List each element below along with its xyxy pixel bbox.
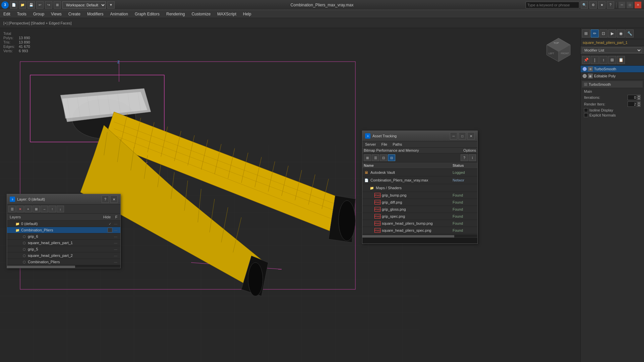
modifier-select-btn[interactable]: | [591, 56, 599, 64]
layer-row-grip5[interactable]: ⬡ grip_5 — [7, 246, 120, 252]
modify-panel-btn[interactable]: ✏ [591, 29, 599, 38]
nav-cube[interactable]: TOP LEFT FRONT [543, 35, 574, 65]
render-iters-input[interactable] [628, 101, 637, 107]
layers-question-btn[interactable]: ? [102, 196, 109, 203]
pin-modifier-btn[interactable]: 📌 [582, 56, 590, 64]
workspace-dropdown[interactable]: Workspace: Default [62, 1, 106, 9]
render-iters-spinner[interactable]: ▲ ▼ [628, 101, 641, 107]
iterations-input[interactable] [628, 95, 637, 100]
menu-modifiers[interactable]: Modifiers [84, 10, 107, 18]
layer-row-comb-pliers[interactable]: ⬡ Combination_Pliers — [7, 259, 120, 265]
iterations-down[interactable]: ▼ [637, 97, 641, 100]
asset-row-grip-bump[interactable]: PNG grip_bump.png Found [362, 192, 477, 199]
layer-row-default[interactable]: 📁 0 (default) ✓ — [7, 221, 120, 227]
close-btn[interactable]: ✕ [635, 2, 641, 8]
asset-options-btn[interactable]: Options [463, 148, 476, 152]
layer-row-sqhead2[interactable]: ⬡ square_head_pliers_part_2 — [7, 252, 120, 259]
layers-title-bar[interactable]: 3 Layer: 0 (default) ? ✕ [7, 194, 120, 205]
menu-customize[interactable]: Customize [188, 10, 214, 18]
menu-views[interactable]: Views [48, 10, 65, 18]
layers-move-down-btn[interactable]: ↓ [57, 206, 64, 212]
display-btn[interactable]: ◉ [617, 29, 625, 38]
asset-scrollbar[interactable] [362, 235, 477, 237]
asset-title-bar[interactable]: 3 Asset Tracking ─ □ ✕ [362, 131, 477, 141]
asset-menu-paths[interactable]: Paths [390, 141, 405, 147]
modifier-paste-btn[interactable]: 📋 [617, 56, 625, 64]
layer-row-grip6[interactable]: ⬡ grip_6 — [7, 233, 120, 240]
iterations-up[interactable]: ▲ [637, 95, 641, 97]
hierarchy-btn[interactable]: ⊡ [599, 29, 607, 38]
menu-rendering[interactable]: Rendering [163, 10, 188, 18]
asset-close-btn[interactable]: ✕ [467, 132, 475, 140]
layers-expand-btn[interactable]: ⊞ [33, 206, 40, 212]
asset-row-vault[interactable]: 🏛 Autodesk Vault Logged [362, 169, 477, 176]
bookmark-btn[interactable]: ★ [598, 1, 605, 9]
asset-row-grip-gloss[interactable]: PNG grip_gloss.png Found [362, 206, 477, 213]
new-btn[interactable]: 📄 [10, 1, 17, 9]
asset-tool-4[interactable]: ⊟ [388, 154, 395, 161]
asset-help-btn[interactable]: ? [461, 154, 468, 161]
modifier-turbosmooth[interactable]: ⊞ TurboSmooth [581, 66, 644, 73]
undo-btn[interactable]: ↩ [36, 1, 44, 9]
save-btn[interactable]: 💾 [27, 1, 35, 9]
menu-edit[interactable]: Edit [0, 10, 14, 18]
asset-tool-2[interactable]: ☰ [372, 154, 379, 161]
hold-btn[interactable]: ⊞ [54, 1, 61, 9]
modifier-move-btn[interactable]: ↕ [599, 56, 607, 64]
menu-create[interactable]: Create [65, 10, 84, 18]
layers-delete-btn[interactable]: ✕ [16, 206, 24, 212]
layers-menu-btn[interactable]: ☰ [8, 206, 16, 212]
asset-tool-3[interactable]: ⊡ [380, 154, 387, 161]
asset-menu-file[interactable]: File [378, 141, 390, 147]
layer-row-combination-pliers[interactable]: 📁 Combination_Pliers — [7, 227, 120, 233]
render-iters-up[interactable]: ▲ [637, 101, 641, 104]
menu-help[interactable]: Help [240, 10, 255, 18]
render-iters-down[interactable]: ▼ [637, 104, 641, 107]
asset-row-sq-bump[interactable]: PNG square_head_pliers_bump.png Found [362, 220, 477, 227]
modifier-copy-btn[interactable]: ⊞ [608, 56, 616, 64]
layers-scrollbar-thumb[interactable] [7, 266, 75, 268]
asset-menu-server[interactable]: Server [362, 141, 378, 147]
help-btn[interactable]: ? [607, 1, 614, 9]
turbosmooth-collapse-btn[interactable]: - [584, 83, 587, 86]
asset-info-btn[interactable]: i [469, 154, 476, 161]
create-panel-btn[interactable]: ⊞ [582, 29, 590, 38]
asset-row-sq-spec[interactable]: PNG square_head_pliers_spec.png Found [362, 227, 477, 234]
asset-tool-1[interactable]: ⊞ [364, 154, 371, 161]
iterations-spinner[interactable]: ▲ ▼ [628, 95, 641, 100]
asset-maximize-btn[interactable]: □ [459, 132, 466, 140]
asset-minimize-btn[interactable]: ─ [450, 132, 457, 140]
layers-move-up-btn[interactable]: ↑ [49, 206, 56, 212]
redo-btn[interactable]: ↪ [45, 1, 52, 9]
asset-row-grip-spec[interactable]: PNG grip_spec.png Found [362, 213, 477, 220]
menu-graph-editors[interactable]: Graph Editors [131, 10, 163, 18]
asset-row-maps[interactable]: 📁 Maps / Shaders [362, 184, 477, 192]
menu-tools[interactable]: Tools [14, 10, 30, 18]
workspace-arrow[interactable]: ▼ [107, 1, 115, 9]
asset-row-grip-diff[interactable]: PNG grip_diff.png Found [362, 199, 477, 206]
asset-name-maps: Maps / Shaders [376, 186, 453, 190]
modifier-list-label[interactable]: Modifier List [581, 46, 644, 55]
menu-group[interactable]: Group [30, 10, 48, 18]
asset-scrollbar-thumb[interactable] [362, 235, 454, 237]
settings-btn[interactable]: ⚙ [589, 1, 597, 9]
layers-add-btn[interactable]: + [24, 206, 32, 212]
layers-close-btn[interactable]: ✕ [110, 196, 118, 203]
utilities-btn[interactable]: 🔧 [626, 29, 634, 38]
isoline-checkbox[interactable] [584, 108, 588, 112]
motion-btn[interactable]: ▶ [608, 29, 616, 38]
modifier-editable-poly[interactable]: ▦ Editable Poly [581, 73, 644, 80]
minimize-btn[interactable]: ─ [619, 2, 625, 8]
search-btn[interactable]: 🔍 [581, 1, 588, 9]
turbosmooth-header[interactable]: - TurboSmooth [582, 81, 643, 88]
menu-maxscript[interactable]: MAXScript [214, 10, 240, 18]
layers-move-to-layer-btn[interactable]: → [41, 206, 48, 212]
search-input[interactable] [526, 2, 579, 8]
layers-scrollbar[interactable] [7, 265, 120, 268]
explicit-normals-checkbox[interactable] [584, 113, 588, 117]
menu-animation[interactable]: Animation [107, 10, 131, 18]
asset-row-file[interactable]: 📄 Combination_Pliers_max_vray.max Networ [362, 176, 477, 184]
layer-row-sqhead1[interactable]: ⬡ square_head_pliers_part_1 — [7, 240, 120, 246]
open-btn[interactable]: 📁 [19, 1, 26, 9]
maximize-btn[interactable]: □ [627, 2, 633, 8]
